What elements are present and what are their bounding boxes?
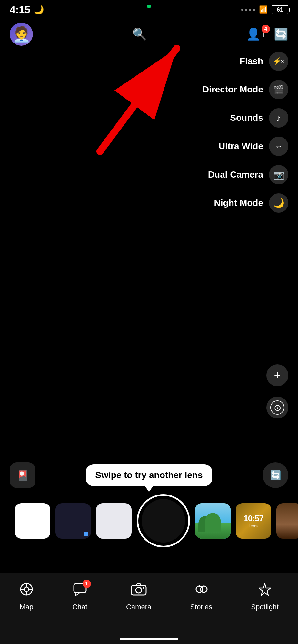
clock-label: lens (249, 524, 258, 528)
status-bar: 4:15 🌙 📶 61 (0, 0, 298, 19)
avatar-emoji: 🧑‍💼 (12, 25, 31, 43)
svg-point-3 (24, 587, 29, 591)
home-indicator (120, 638, 178, 640)
nav-item-stories[interactable]: Stories (190, 582, 212, 611)
wifi-icon: 📶 (259, 5, 268, 14)
lens-tooltip-area: 🎴 Swipe to try another lens 🔄 (0, 464, 298, 486)
lens-item-2[interactable] (55, 503, 91, 539)
spotlight-svg-icon (258, 582, 272, 596)
flash-label: Flash (240, 56, 263, 66)
signal-dots (241, 9, 255, 11)
camera-svg-icon (131, 582, 147, 596)
lens-item-person[interactable] (276, 503, 298, 539)
svg-point-13 (201, 586, 207, 592)
chat-badge: 1 (83, 580, 91, 588)
dual-camera-option-row[interactable]: Dual Camera 📷 (208, 165, 288, 184)
lens-carousel: 10:57 lens (0, 491, 298, 551)
night-mode-label: Night Mode (214, 198, 263, 208)
scan-icon: ⊙ (270, 400, 284, 415)
avatar[interactable]: 🧑‍💼 (10, 23, 33, 46)
map-label: Map (20, 603, 34, 611)
add-friend-button[interactable]: 👤+ 4 (246, 27, 267, 41)
shutter-inner (142, 499, 185, 543)
stories-label: Stories (190, 603, 212, 611)
status-right: 📶 61 (241, 5, 288, 14)
flash-icon[interactable]: ⚡ ✕ (269, 52, 288, 71)
director-mode-icon[interactable]: 🎬 (269, 80, 288, 99)
map-icon (19, 582, 34, 600)
search-icon: 🔍 (132, 27, 147, 41)
spotlight-label: Spotlight (251, 603, 279, 611)
dual-camera-label: Dual Camera (208, 169, 263, 180)
nav-item-camera[interactable]: Camera (126, 582, 151, 611)
sounds-label: Sounds (230, 113, 263, 123)
signal-dot-4 (253, 9, 255, 11)
ultra-wide-label: Ultra Wide (219, 141, 263, 151)
top-controls: 🧑‍💼 🔍 👤+ 4 🔄 (0, 23, 298, 46)
svg-line-1 (100, 48, 177, 151)
svg-point-10 (136, 587, 142, 593)
scan-button[interactable]: ⊙ (266, 397, 288, 418)
camera-nav-icon (131, 582, 147, 600)
director-mode-option-row[interactable]: Director Mode 🎬 (203, 80, 288, 99)
camera-options-menu: Flash ⚡ ✕ Director Mode 🎬 Sounds ♪ Ultra… (203, 52, 288, 213)
status-time: 4:15 🌙 (10, 4, 44, 16)
sounds-icon[interactable]: ♪ (269, 108, 288, 128)
lens-refresh-button[interactable]: 🔄 (263, 462, 288, 488)
night-mode-icon[interactable]: 🌙 (269, 193, 288, 213)
flip-camera-icon: 🔄 (274, 27, 288, 41)
swipe-tooltip-text: Swipe to try another lens (95, 470, 203, 480)
ultra-wide-option-row[interactable]: Ultra Wide ↔ (219, 137, 288, 156)
flash-option-row[interactable]: Flash ⚡ ✕ (240, 52, 288, 71)
signal-dot-2 (245, 9, 247, 11)
flip-camera-button[interactable]: 🔄 (274, 27, 288, 41)
top-right-controls: 👤+ 4 🔄 (246, 27, 288, 41)
camera-label: Camera (126, 603, 151, 611)
sounds-option-row[interactable]: Sounds ♪ (230, 108, 288, 128)
ultra-wide-icon[interactable]: ↔ (269, 137, 288, 156)
clock-time: 10:57 (243, 514, 263, 524)
nav-item-chat[interactable]: 1 Chat (72, 582, 87, 611)
dual-camera-icon[interactable]: 📷 (269, 165, 288, 184)
lens-gallery-icon: 🎴 (17, 470, 29, 481)
chat-label: Chat (72, 603, 87, 611)
signal-dot-1 (241, 9, 243, 11)
moon-icon: 🌙 (34, 5, 44, 15)
nav-item-spotlight[interactable]: Spotlight (251, 582, 279, 611)
spotlight-icon (258, 582, 272, 600)
swipe-tooltip: Swipe to try another lens (86, 464, 213, 486)
camera-active-indicator (147, 5, 151, 8)
svg-marker-16 (259, 583, 271, 595)
shutter-button[interactable] (137, 494, 190, 547)
lens-item-nature[interactable] (195, 503, 231, 539)
director-mode-label: Director Mode (203, 84, 263, 95)
lens-refresh-icon: 🔄 (270, 470, 281, 481)
chat-icon: 1 (73, 582, 87, 600)
svg-point-11 (143, 587, 144, 589)
lens-item-3[interactable] (96, 503, 132, 539)
search-button[interactable]: 🔍 (132, 27, 147, 41)
map-svg-icon (19, 582, 34, 596)
add-friend-badge: 4 (262, 25, 270, 33)
add-option-button[interactable]: + (266, 364, 288, 386)
lens-item-clock[interactable]: 10:57 lens (236, 503, 271, 539)
plus-icon: + (274, 369, 281, 382)
battery-indicator: 61 (272, 5, 288, 14)
avatar-container[interactable]: 🧑‍💼 (10, 23, 33, 46)
lens-gallery-button[interactable]: 🎴 (10, 462, 35, 488)
bottom-nav: Map 1 Chat Camera (0, 573, 298, 644)
time-display: 4:15 (10, 4, 30, 16)
signal-dot-3 (249, 9, 251, 11)
lens-item-1[interactable] (15, 503, 50, 539)
night-mode-option-row[interactable]: Night Mode 🌙 (214, 193, 288, 213)
stories-icon (194, 582, 208, 600)
nav-item-map[interactable]: Map (19, 582, 34, 611)
stories-svg-icon (194, 582, 208, 596)
